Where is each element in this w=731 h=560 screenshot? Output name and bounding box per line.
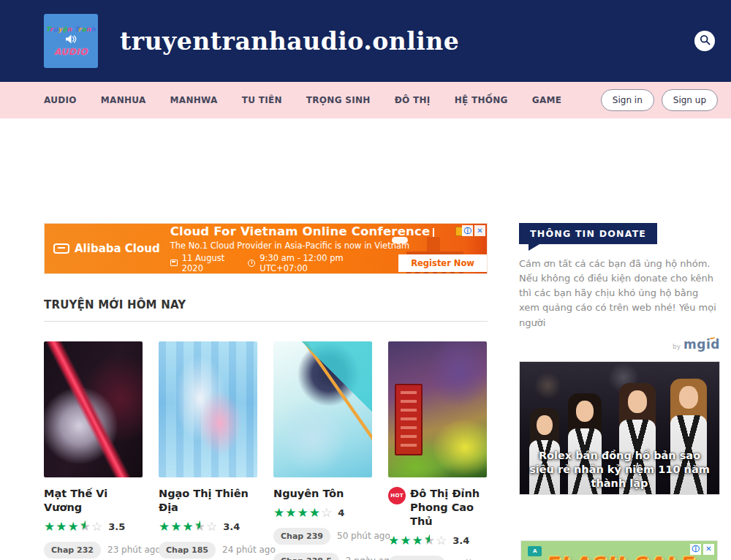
donate-message: Cám ơn tất cả các bạn đã ủng hộ nhóm. Nế…: [519, 257, 720, 330]
chapter-row: Chap 239 50 phút ago: [273, 528, 372, 545]
nav-item-game[interactable]: GAME: [532, 95, 561, 105]
chapter-row: Chap 185 24 phút ago: [159, 542, 257, 559]
comic-title[interactable]: Nguyên Tôn: [273, 487, 344, 501]
sidebar: THÔNG TIN DONATE Cám ơn tất cả các bạn đ…: [519, 118, 720, 560]
cover-calligraphy-box: [395, 384, 423, 455]
flash-sale-ad[interactable]: A FLASH SALE XEM NGAY ⓘ ✕: [520, 540, 718, 560]
chapter-chip[interactable]: Chap 239: [273, 528, 330, 545]
comic-cover-image[interactable]: [388, 341, 487, 477]
logo-wordmark: Truyện Tranh: [46, 26, 96, 33]
comic-title[interactable]: Ngạo Thị Thiên Địa: [159, 487, 257, 515]
mgid-tick-icon: [709, 334, 716, 339]
comic-cover-image[interactable]: [44, 341, 143, 477]
rating-value: 4: [338, 507, 344, 518]
nav-item-trong-sinh[interactable]: TRỌNG SINH: [306, 95, 371, 105]
chapter-time: 50 phút ago: [337, 531, 390, 541]
section-title-new-today: TRUYỆN MỚI HÔM NAY: [44, 298, 488, 311]
adchoices-info-icon[interactable]: ⓘ: [690, 544, 701, 555]
comic-card-grid: Mạt Thế Vi Vương ★★★★★☆ 3.5 Chap 232 23 …: [44, 341, 488, 560]
comic-cover-image[interactable]: [159, 341, 257, 477]
nav-item-tu-tien[interactable]: TU TIÊN: [242, 95, 282, 105]
calendar-icon: [170, 260, 178, 266]
main-nav: AUDIO MANHUA MANHWA TU TIÊN TRỌNG SINH Đ…: [0, 82, 731, 118]
chapter-row: Chap 232 23 phút ago: [44, 542, 143, 559]
adchoices-info-icon[interactable]: ⓘ: [462, 225, 473, 236]
mgid-attribution[interactable]: by mgid: [519, 337, 720, 352]
main-column: Alibaba Cloud Cloud For Vietnam Online C…: [44, 118, 488, 560]
comic-card: Ngạo Thị Thiên Địa ★★★★★☆ 3.4 Chap 185 2…: [159, 341, 257, 560]
ad-close-icon[interactable]: ✕: [474, 225, 485, 236]
search-icon: [700, 34, 711, 48]
speaker-icon: [65, 34, 77, 46]
search-button[interactable]: [694, 31, 715, 51]
ad-banner-text: Cloud For Vietnam Online Conference The …: [170, 224, 487, 273]
chapter-chip[interactable]: Chap 232: [44, 542, 101, 559]
ad-close-icon[interactable]: ✕: [703, 544, 714, 555]
flash-sale-title: FLASH SALE: [521, 553, 717, 560]
chapter-row: Chap 132 1 giờ ago: [388, 556, 487, 560]
mgid-by-label: by: [673, 343, 681, 350]
ad-subtitle: The No.1 Cloud Provider in Asia-Pacific …: [170, 241, 487, 251]
rating-value: 3.5: [108, 521, 125, 532]
comic-card: Mạt Thế Vi Vương ★★★★★☆ 3.5 Chap 232 23 …: [44, 341, 143, 560]
nav-item-manhua[interactable]: MANHUA: [101, 95, 146, 105]
comic-card: Nguyên Tôn ★★★★☆ 4 Chap 239 50 phút ago …: [273, 341, 372, 560]
sign-in-button[interactable]: Sign in: [601, 89, 654, 111]
comic-title[interactable]: Mạt Thế Vi Vương: [44, 487, 143, 515]
register-now-button[interactable]: Register Now: [398, 254, 487, 272]
section-divider: [44, 321, 488, 322]
nav-item-audio[interactable]: AUDIO: [44, 95, 77, 105]
nav-item-manhwa[interactable]: MANHWA: [170, 95, 218, 105]
site-title[interactable]: truyentranhaudio.online: [120, 27, 459, 56]
comic-title[interactable]: Đô Thị Đỉnh Phong Cao Thủ: [410, 487, 487, 529]
star-rating: ★★★★★☆ 3.4: [388, 534, 487, 548]
content-area: Alibaba Cloud Cloud For Vietnam Online C…: [0, 118, 731, 560]
star-rating: ★★★★☆ 4: [273, 506, 372, 520]
ad-date: 11 August 2020: [182, 253, 244, 273]
chapter-time: 23 phút ago: [107, 545, 161, 555]
alibaba-brand-label: Alibaba Cloud: [75, 242, 160, 255]
comic-cover-image[interactable]: [273, 341, 372, 477]
star-rating: ★★★★★☆ 3.5: [44, 520, 143, 534]
alibaba-ad-banner[interactable]: Alibaba Cloud Cloud For Vietnam Online C…: [44, 223, 488, 274]
mgid-logo: mgid: [683, 337, 720, 352]
donate-heading-badge: THÔNG TIN DONATE: [519, 223, 657, 244]
ad-time: 9:30 am - 12:00 pm UTC+07:00: [260, 253, 384, 273]
native-ad-rolex[interactable]: Rolex bán đồng hồ bản sao siêu rẻ nhân k…: [519, 361, 720, 495]
comic-card: HOT Đô Thị Đỉnh Phong Cao Thủ ★★★★★☆ 3.4…: [388, 341, 487, 560]
ad-title: Cloud For Vietnam Online Conference: [170, 224, 487, 238]
star-rating: ★★★★★☆ 3.4: [159, 520, 257, 534]
chapter-time: 2 ngày ago: [346, 556, 395, 560]
nav-item-he-thong[interactable]: HỆ THỐNG: [455, 95, 508, 105]
nav-item-do-thi[interactable]: ĐÔ THỊ: [395, 95, 431, 105]
alibaba-logo-icon: [53, 243, 69, 254]
clock-icon: [248, 260, 255, 267]
chapter-time: 24 phút ago: [222, 545, 276, 555]
chapter-chip[interactable]: Chap 185: [159, 542, 216, 559]
hot-badge: HOT: [388, 487, 406, 504]
site-logo[interactable]: Truyện Tranh AUDIO: [44, 14, 98, 68]
ad-date-row: 11 August 2020 9:30 am - 12:00 pm UTC+07…: [170, 253, 487, 273]
site-header: Truyện Tranh AUDIO truyentranhaudio.onli…: [0, 0, 731, 82]
chapter-chip[interactable]: Chap 238.5: [273, 553, 339, 560]
chapter-row: Chap 238.5 2 ngày ago: [273, 553, 372, 560]
logo-audio-label: AUDIO: [54, 47, 88, 57]
rating-value: 3.4: [452, 535, 469, 546]
native-ad-caption: Rolex bán đồng hồ bản sao siêu rẻ nhân k…: [526, 449, 713, 491]
alibaba-cloud-logo: Alibaba Cloud: [45, 242, 170, 255]
chapter-chip[interactable]: Chap 132: [388, 556, 445, 560]
rating-value: 3.4: [223, 521, 240, 532]
sign-up-button[interactable]: Sign up: [662, 89, 718, 111]
flash-ad-logo: A: [528, 546, 542, 556]
